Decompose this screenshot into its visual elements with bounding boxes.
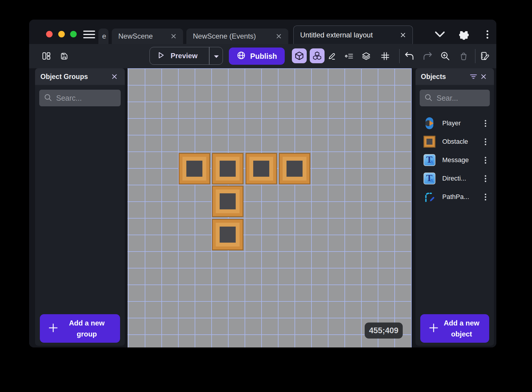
app-window: e NewScene NewScene (Events) Untitled ex…	[29, 20, 496, 347]
obstacle-instance[interactable]	[179, 153, 210, 184]
filter-icon[interactable]	[468, 72, 479, 82]
object-search-field[interactable]	[420, 90, 490, 106]
preview-label: Preview	[171, 52, 198, 60]
tab-newscene[interactable]: NewScene	[112, 29, 183, 44]
plus-icon	[48, 322, 59, 335]
scene-canvas[interactable]: 455;409	[128, 68, 412, 347]
scene-edit-icon[interactable]	[479, 50, 492, 63]
text-object-icon: Tx	[423, 154, 436, 166]
obstacle-instance[interactable]	[212, 219, 243, 250]
kebab-menu-icon[interactable]	[485, 141, 486, 143]
object-groups-header: Object Groups	[35, 68, 125, 85]
tab-label: NewScene	[118, 32, 153, 40]
add-object-label: Add a new object	[439, 317, 489, 339]
close-icon[interactable]	[109, 72, 119, 82]
search-input[interactable]	[56, 94, 116, 102]
kebab-menu-icon[interactable]	[485, 123, 486, 124]
menu-icon[interactable]	[83, 31, 95, 38]
obstacle-instance[interactable]	[279, 153, 310, 184]
instance-list-icon[interactable]	[342, 50, 355, 63]
publish-button[interactable]: Publish	[229, 48, 285, 65]
kebab-menu-icon[interactable]	[485, 178, 486, 179]
titlebar: e NewScene NewScene (Events) Untitled ex…	[29, 20, 496, 44]
object-row-directions[interactable]: Tx Directi...	[415, 169, 494, 188]
tab-label: e	[102, 32, 106, 40]
save-icon[interactable]	[58, 50, 71, 63]
close-icon[interactable]	[276, 33, 282, 39]
group-search-field[interactable]	[39, 90, 121, 106]
path-object-icon	[423, 191, 436, 203]
preview-button[interactable]: Preview	[149, 47, 223, 65]
search-icon	[424, 94, 432, 103]
editor-content: 455;409 Object Groups	[29, 68, 496, 347]
object-row-message[interactable]: Tx Message	[415, 151, 494, 169]
obstacle-instance[interactable]	[245, 153, 277, 184]
kebab-menu-icon[interactable]	[485, 196, 486, 198]
add-group-label: Add a new group	[59, 317, 120, 339]
panels-icon[interactable]	[40, 50, 53, 63]
objects-panel: Objects	[415, 68, 494, 346]
puzzle-icon[interactable]	[457, 29, 469, 41]
undo-icon[interactable]	[403, 50, 416, 63]
plus-icon	[428, 322, 439, 335]
dropdown-arrow-icon[interactable]	[213, 55, 220, 60]
search-icon	[44, 94, 52, 103]
grid-icon[interactable]	[379, 50, 392, 63]
player-icon	[423, 117, 436, 129]
panel-title: Object Groups	[40, 73, 88, 81]
zoom-window-button[interactable]	[70, 31, 77, 37]
close-icon[interactable]	[479, 72, 489, 82]
close-icon[interactable]	[171, 33, 177, 39]
cube-icon[interactable]	[292, 48, 307, 63]
tab-label: NewScene (Events)	[193, 32, 256, 40]
chevron-down-icon[interactable]	[434, 30, 446, 39]
obstacle-instance[interactable]	[212, 153, 243, 184]
toolbar: Preview Publish	[29, 44, 496, 68]
add-object-button[interactable]: Add a new object	[420, 314, 489, 343]
kebab-menu-icon[interactable]	[487, 30, 488, 32]
zoom-in-icon[interactable]	[439, 50, 452, 63]
tab-bar: e NewScene NewScene (Events) Untitled ex…	[98, 26, 413, 44]
trash-icon[interactable]	[457, 50, 470, 63]
play-icon	[156, 51, 165, 61]
object-row-player[interactable]: Player	[415, 114, 494, 132]
obstacle-instance[interactable]	[212, 186, 243, 217]
objects-list: Player Obstacle Tx Message	[415, 114, 494, 206]
tab-newscene-events[interactable]: NewScene (Events)	[186, 29, 288, 44]
tab-label: Untitled external layout	[300, 31, 373, 39]
close-icon[interactable]	[400, 32, 406, 38]
pencil-icon[interactable]	[325, 50, 338, 63]
add-group-button[interactable]: Add a new group	[40, 314, 120, 343]
redo-icon[interactable]	[421, 50, 434, 63]
object-row-pathpaint[interactable]: PathPa...	[415, 188, 494, 206]
obstacle-icon	[423, 135, 436, 148]
object-row-obstacle[interactable]: Obstacle	[415, 132, 494, 151]
search-input[interactable]	[437, 94, 485, 102]
tab-truncated[interactable]: e	[98, 29, 108, 44]
tab-untitled-external-layout[interactable]: Untitled external layout	[293, 26, 413, 44]
layers-icon[interactable]	[360, 50, 373, 63]
objects-header: Objects	[415, 68, 494, 85]
minimize-window-button[interactable]	[58, 31, 65, 37]
close-window-button[interactable]	[46, 31, 53, 37]
text-object-icon: Tx	[423, 172, 436, 185]
cursor-coordinates-badge: 455;409	[365, 323, 403, 339]
kebab-menu-icon[interactable]	[485, 159, 486, 161]
globe-icon	[237, 51, 246, 62]
panel-title: Objects	[421, 73, 446, 81]
stacked-cubes-icon[interactable]	[310, 48, 325, 63]
publish-label: Publish	[250, 52, 277, 61]
object-groups-panel: Object Groups Add a new	[35, 68, 125, 346]
